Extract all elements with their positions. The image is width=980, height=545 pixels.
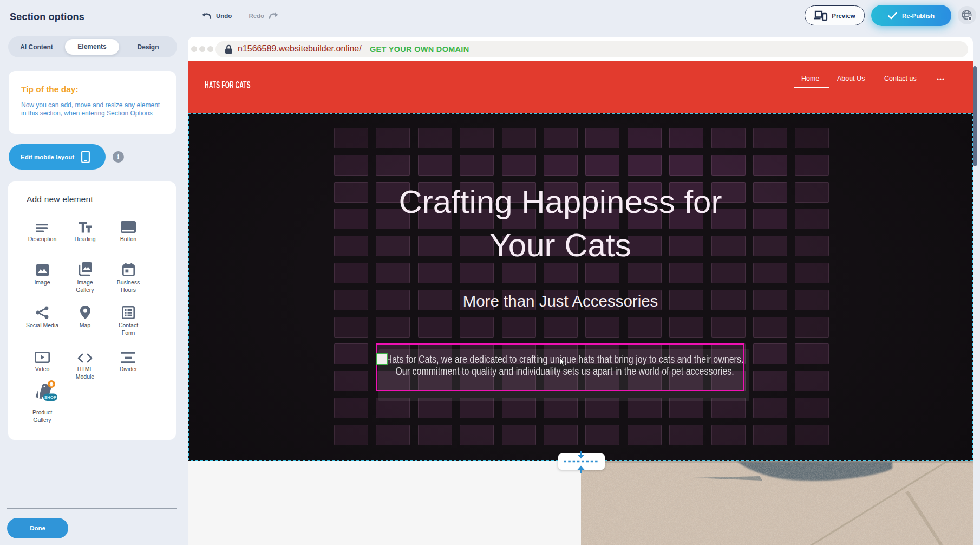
svg-text:SHOP: SHOP xyxy=(44,395,57,400)
